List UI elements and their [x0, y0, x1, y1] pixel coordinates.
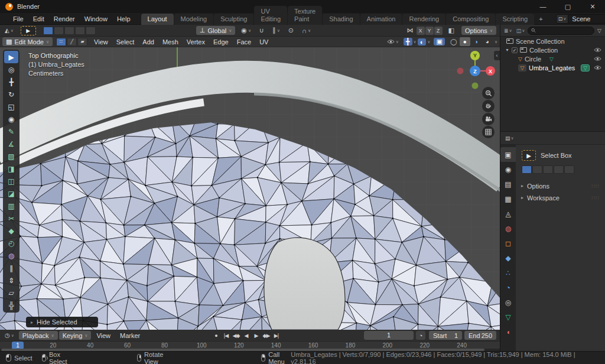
workspace-tab-sculpting[interactable]: Sculpting — [214, 14, 253, 25]
solid-shading-button[interactable]: ● — [460, 37, 470, 46]
ts-select-mode-subtract[interactable] — [64, 27, 74, 35]
material-preview-button[interactable]: ◑ — [471, 37, 482, 46]
tool-annotate[interactable]: ✎ — [4, 125, 18, 138]
tool-spin[interactable]: ◴ — [4, 237, 18, 249]
vertex-select-button[interactable]: ∷ — [56, 38, 66, 46]
properties-tab-particles[interactable]: ∴ — [500, 265, 516, 280]
hide-in-viewport-icon[interactable] — [594, 47, 601, 53]
correct-face-attributes-icon[interactable]: ◧ — [446, 27, 457, 34]
timeline-menu-view[interactable]: View — [92, 330, 115, 341]
add-workspace-button[interactable]: + — [534, 14, 547, 24]
props-select-mode-subtract[interactable] — [543, 165, 553, 174]
tool-inset-faces[interactable]: ◫ — [4, 175, 18, 187]
workspace-tab-compositing[interactable]: Compositing — [446, 14, 495, 25]
workspace-tab-animation[interactable]: Animation — [360, 14, 402, 25]
timeline-editor-type-button[interactable]: ◷∨ — [2, 332, 17, 339]
timeline-menu-marker[interactable]: Marker — [116, 330, 144, 341]
viewport-menu-view[interactable]: View — [90, 37, 112, 47]
outliner-row-scene-collection[interactable]: Scene Collection — [500, 37, 605, 46]
workspace-tab-texture-paint[interactable]: Texture Paint — [288, 6, 322, 25]
workspace-tab-modeling[interactable]: Modeling — [174, 14, 214, 25]
tool-add-cube[interactable]: ▧ — [4, 150, 18, 162]
tool-transform[interactable]: ◉ — [4, 113, 18, 125]
properties-tab-constraints[interactable]: ◎ — [500, 295, 516, 310]
timeline-menu-playback[interactable]: Playback∨ — [19, 331, 58, 340]
viewport-menu-edge[interactable]: Edge — [209, 37, 233, 47]
snap-with-dropdown[interactable]: ∥∨ — [270, 27, 282, 34]
proportional-falloff-dropdown[interactable]: ∩∨ — [300, 27, 313, 34]
sidebar-toggle[interactable]: ‹ — [494, 51, 500, 60]
props-select-mode-extend[interactable] — [532, 165, 542, 174]
props-select-mode-new[interactable] — [522, 165, 532, 174]
properties-tab-modifiers[interactable]: ◆ — [500, 251, 516, 265]
zoom-button[interactable] — [482, 87, 495, 99]
mode-dropdown[interactable]: ▩Edit Mode∨ — [2, 37, 53, 46]
workspace-tab-shading[interactable]: Shading — [323, 14, 359, 25]
tool-extrude-region[interactable]: ◨ — [4, 162, 18, 175]
ts-select-mode-invert[interactable] — [75, 27, 85, 35]
active-tool-icon[interactable]: ▶ — [21, 26, 36, 35]
tool-measure[interactable]: ∡ — [4, 138, 18, 150]
tool-edge-slide[interactable]: ∥ — [4, 262, 18, 274]
navigation-gizmo[interactable]: Y Z X — [455, 50, 497, 93]
ts-select-mode-new[interactable] — [43, 27, 53, 35]
ts-select-mode-intersect[interactable] — [86, 27, 96, 35]
tool-smooth[interactable]: ◍ — [4, 249, 18, 262]
snap-magnet-icon[interactable]: ∪ — [257, 27, 266, 34]
object-visibility-dropdown[interactable]: ∨ — [385, 39, 401, 44]
transform-orientation-dropdown[interactable]: ⊥Global∨ — [196, 26, 236, 35]
workspace-tab-rendering[interactable]: Rendering — [402, 14, 445, 25]
minimize-button[interactable]: — — [531, 0, 555, 13]
rendered-shading-button[interactable]: ◕ — [482, 37, 493, 46]
3d-viewport[interactable]: ▶◎╋↻◱◉✎∡▧◨◫◪▥✂◆◴◍∥⇕▱╬ Top Orthographic (… — [0, 47, 500, 330]
tool-move[interactable]: ╋ — [4, 76, 18, 88]
outliner-row-umbra-legates[interactable]: ▽ Umbra_Legates ▽ — [500, 63, 605, 72]
toggle-ortho-button[interactable] — [482, 126, 495, 138]
viewport-menu-add[interactable]: Add — [138, 37, 158, 47]
ts-select-mode-extend[interactable] — [54, 27, 64, 35]
options-panel-header[interactable]: ▸ Options ∷∷ — [516, 181, 605, 191]
tool-shear[interactable]: ▱ — [4, 287, 18, 299]
jump-to-end-button[interactable]: ▶| — [272, 331, 281, 340]
tool-select-box[interactable]: ▶ — [4, 51, 18, 63]
mirror-z-button[interactable]: Z — [434, 27, 443, 35]
tool-rotate[interactable]: ↻ — [4, 88, 18, 100]
tool-scale[interactable]: ◱ — [4, 100, 18, 113]
play-reverse-button[interactable]: ◀ — [242, 331, 251, 340]
viewport-menu-uv[interactable]: UV — [255, 37, 272, 47]
gizmo-neg-y-axis[interactable] — [472, 83, 479, 89]
camera-view-button[interactable] — [482, 113, 495, 125]
tool-shrink-fatten[interactable]: ⇕ — [4, 274, 18, 287]
mirror-y-button[interactable]: Y — [425, 27, 434, 35]
editor-type-button[interactable]: ◭∨ — [2, 27, 16, 34]
viewport-menu-vertex[interactable]: Vertex — [183, 37, 209, 47]
hide-in-viewport-icon[interactable] — [594, 56, 601, 61]
props-select-mode-intersect[interactable] — [564, 165, 574, 174]
tool-poly-build[interactable]: ◆ — [4, 225, 18, 237]
jump-to-start-button[interactable]: |◀ — [222, 331, 230, 340]
outliner-search[interactable] — [528, 27, 594, 35]
search-input[interactable] — [538, 27, 591, 34]
gizmo-neg-x-axis[interactable] — [457, 68, 464, 74]
scene-icon[interactable]: ⊡∨ — [556, 14, 569, 24]
frame-end-field[interactable]: End250 — [464, 331, 496, 340]
scene-name-field[interactable]: Scene — [568, 14, 605, 24]
properties-tab-tool[interactable]: ▣ — [500, 147, 516, 162]
properties-tab-physics[interactable]: ◔ — [500, 280, 516, 295]
properties-tab-world[interactable]: ◍ — [500, 221, 516, 236]
wireframe-shading-button[interactable]: ◯ — [448, 37, 459, 46]
timeline-menu-keying[interactable]: Keying∨ — [59, 331, 92, 340]
tool-cursor[interactable]: ◎ — [4, 63, 18, 76]
drag-handle-icon[interactable]: ∷∷ — [592, 195, 600, 201]
maximize-button[interactable]: ▢ — [555, 0, 580, 13]
hide-in-viewport-icon[interactable] — [594, 65, 601, 70]
pivot-point-dropdown[interactable]: ◉∨ — [239, 27, 253, 34]
menu-file[interactable]: File — [8, 13, 28, 25]
current-frame-field[interactable]: 1 — [364, 331, 414, 340]
tool-knife[interactable]: ✂ — [4, 212, 18, 225]
properties-tab-object-data[interactable]: ▽ — [500, 310, 516, 324]
tool-rip-region[interactable]: ╬ — [4, 299, 18, 311]
menu-edit[interactable]: Edit — [28, 13, 49, 25]
properties-tab-scene[interactable]: ◬ — [500, 206, 516, 221]
mirror-x-button[interactable]: X — [417, 27, 425, 35]
